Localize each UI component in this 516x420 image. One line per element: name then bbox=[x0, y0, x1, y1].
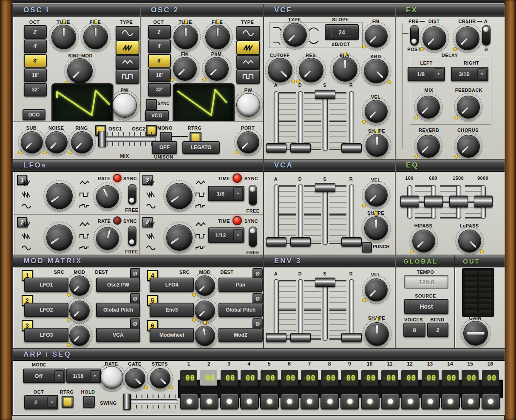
step-button[interactable] bbox=[220, 393, 239, 409]
vca-sustain-slider[interactable] bbox=[315, 183, 335, 247]
pre-post-toggle[interactable] bbox=[410, 25, 419, 45]
lfo2-rate-knob[interactable] bbox=[96, 227, 119, 250]
mod-row1-dest-button[interactable]: Osc2 PW bbox=[96, 278, 140, 292]
osc1-oct-16[interactable]: 16' bbox=[24, 68, 47, 82]
lfo2-wave-knob[interactable] bbox=[46, 224, 73, 251]
step-button[interactable] bbox=[401, 393, 420, 409]
mod-row6-dest-button[interactable]: Mod2 bbox=[218, 328, 263, 342]
osc1-oct-2[interactable]: 2' bbox=[24, 25, 47, 39]
osc1-oct-32[interactable]: 32' bbox=[24, 83, 47, 96]
lfo2-sync-toggle[interactable] bbox=[128, 226, 136, 246]
mod-row3-invert-button[interactable]: Ø bbox=[130, 318, 140, 329]
mod-row3-amount-knob[interactable] bbox=[69, 326, 90, 346]
osc2-tune-knob[interactable] bbox=[173, 25, 198, 49]
arp-oct-dropdown[interactable]: 2▼ bbox=[24, 395, 58, 409]
step-display[interactable]: +00 bbox=[180, 370, 197, 386]
noise-knob[interactable] bbox=[45, 131, 68, 153]
step-button[interactable] bbox=[301, 393, 319, 409]
vcf-fm-knob[interactable] bbox=[365, 25, 388, 48]
step-button[interactable] bbox=[180, 393, 198, 409]
tempo-display[interactable]: 120.0 bbox=[404, 275, 448, 289]
vcf-kbd-knob[interactable] bbox=[364, 59, 388, 83]
step-display[interactable]: +00 bbox=[261, 370, 278, 386]
osc2-pw-knob[interactable] bbox=[236, 93, 260, 117]
osc2-type-pulse-button[interactable] bbox=[236, 69, 260, 84]
mod-row4-invert-button[interactable]: Ø bbox=[252, 268, 263, 278]
osc2-type-saw-button[interactable] bbox=[236, 40, 260, 55]
osc1-tune-knob[interactable] bbox=[51, 25, 76, 49]
osc2-oct-16[interactable]: 16' bbox=[148, 68, 171, 82]
step-button[interactable] bbox=[441, 393, 460, 409]
crshr-knob[interactable] bbox=[456, 26, 479, 50]
osc2-fine-knob[interactable] bbox=[205, 25, 230, 49]
vca-attack-slider[interactable] bbox=[266, 183, 286, 247]
vcf-attack-slider[interactable] bbox=[266, 90, 286, 153]
mod-row2-amount-knob[interactable] bbox=[69, 301, 90, 321]
osc2-vco-button[interactable]: VCO bbox=[145, 110, 169, 121]
delay-right-dropdown[interactable]: 3/16▼ bbox=[451, 67, 488, 81]
osc2-oct-2[interactable]: 2' bbox=[148, 25, 171, 39]
arp-steps-knob[interactable] bbox=[150, 368, 170, 389]
arp-gate-knob[interactable] bbox=[125, 368, 145, 389]
mod-row4-src-button[interactable]: LFO4 bbox=[150, 278, 194, 292]
legato-button[interactable]: LEGATO bbox=[182, 141, 220, 154]
lfo1-wave-knob[interactable] bbox=[46, 183, 73, 209]
mod-row5-amount-knob[interactable] bbox=[195, 301, 215, 321]
step-button[interactable] bbox=[461, 393, 480, 409]
vcf-decay-slider[interactable] bbox=[290, 90, 310, 153]
arp-rate-dropdown[interactable]: 1/16▼ bbox=[66, 369, 101, 383]
osc1-type-saw-button[interactable] bbox=[116, 40, 139, 55]
mod-row4-amount-knob[interactable] bbox=[195, 275, 215, 296]
osc2-type-triangle-button[interactable] bbox=[236, 55, 260, 69]
mod-row5-src-button[interactable]: Env3 bbox=[150, 303, 194, 317]
mod-row6-invert-button[interactable]: Ø bbox=[252, 318, 263, 329]
reverb-knob[interactable] bbox=[417, 135, 440, 158]
mod-row1-src-button[interactable]: LFO1 bbox=[24, 278, 68, 292]
arp-mode-dropdown[interactable]: Off▼ bbox=[23, 369, 65, 383]
arp-rate-knob[interactable] bbox=[100, 366, 123, 389]
crshr-ab-toggle[interactable] bbox=[482, 25, 490, 45]
step-button[interactable] bbox=[240, 393, 259, 409]
osc2-phm-knob[interactable] bbox=[205, 57, 229, 81]
gain-knob[interactable] bbox=[463, 321, 488, 346]
lfo3-wave-knob[interactable] bbox=[166, 183, 193, 209]
mod-row6-amount-knob[interactable] bbox=[195, 326, 215, 346]
hipass-knob[interactable] bbox=[412, 230, 435, 253]
swing-slider-handle[interactable] bbox=[123, 394, 131, 410]
ring-knob[interactable] bbox=[71, 131, 93, 153]
step-button[interactable] bbox=[482, 393, 500, 409]
osc1-oct-4[interactable]: 4' bbox=[24, 40, 47, 53]
vcf-release-slider[interactable] bbox=[341, 90, 361, 153]
sub-knob[interactable] bbox=[21, 131, 43, 153]
vcf-cutoff-knob[interactable] bbox=[268, 58, 292, 82]
osc1-type-pulse-button[interactable] bbox=[116, 69, 139, 84]
arp-hold-checkbox[interactable] bbox=[83, 396, 95, 408]
unison-off-button[interactable]: OFF bbox=[152, 141, 177, 154]
eq-9000-slider[interactable] bbox=[474, 184, 492, 220]
env3-sustain-slider[interactable] bbox=[315, 278, 335, 342]
osc1-sinemod-knob[interactable] bbox=[67, 58, 93, 84]
swing-slider[interactable] bbox=[119, 391, 180, 411]
osc2-oct-8[interactable]: 8' bbox=[148, 54, 171, 68]
step-button[interactable] bbox=[281, 393, 299, 409]
osc1-oct-8[interactable]: 8' bbox=[24, 54, 47, 68]
osc1-dco-button[interactable]: DCO bbox=[23, 109, 45, 120]
step-display[interactable]: +00 bbox=[321, 370, 338, 386]
osc1-fine-knob[interactable] bbox=[83, 25, 108, 49]
mod-row1-invert-button[interactable]: Ø bbox=[130, 268, 140, 278]
env3-attack-slider[interactable] bbox=[266, 278, 286, 342]
step-display[interactable]: +00 bbox=[221, 370, 238, 386]
mod-row4-dest-button[interactable]: Pan bbox=[218, 278, 263, 292]
step-display[interactable]: +00 bbox=[482, 370, 499, 386]
mix-slider[interactable] bbox=[97, 128, 158, 149]
lfo4-sync-toggle[interactable] bbox=[249, 227, 257, 247]
vcf-type-knob[interactable] bbox=[283, 23, 307, 47]
step-display[interactable]: +00 bbox=[301, 370, 318, 386]
mod-row3-src-button[interactable]: LFO3 bbox=[24, 328, 68, 342]
step-display[interactable]: +00 bbox=[361, 370, 378, 386]
mix-slider-handle[interactable] bbox=[98, 131, 106, 147]
osc1-type-triangle-button[interactable] bbox=[116, 55, 139, 69]
osc2-oct-4[interactable]: 4' bbox=[148, 40, 171, 53]
osc2-sync-checkbox[interactable] bbox=[146, 99, 157, 110]
vcf-env-knob[interactable] bbox=[333, 57, 357, 82]
